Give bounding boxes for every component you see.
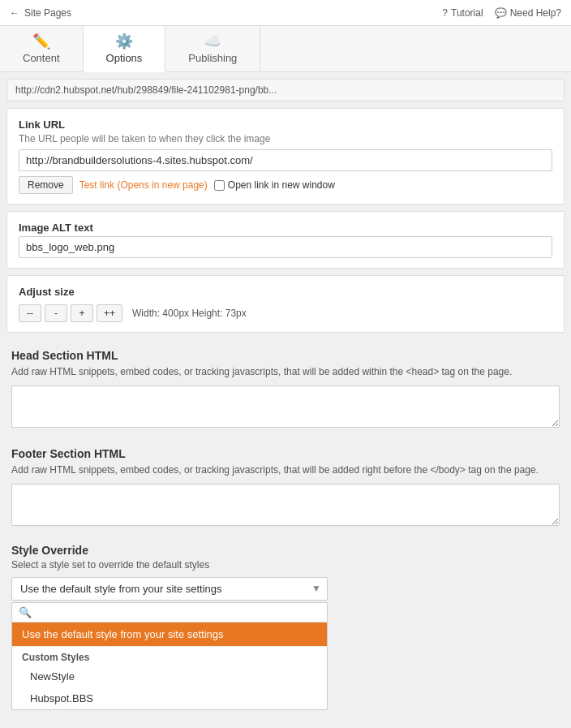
tab-bar: ✏️ Content ⚙️ Options ☁️ Publishing <box>0 26 571 72</box>
chat-icon: 💬 <box>495 7 507 19</box>
dropdown-search-input[interactable] <box>35 606 320 618</box>
adjust-size-section: Adjust size -- - + ++ Width: 400px Heigh… <box>6 275 565 333</box>
new-window-option[interactable]: Open link in new window <box>214 179 335 191</box>
size-minus-button[interactable]: - <box>45 304 67 322</box>
adjust-size-label: Adjust size <box>19 286 552 298</box>
link-url-desc: The URL people will be taken to when the… <box>19 133 552 144</box>
size-info: Width: 400px Height: 73px <box>132 308 247 319</box>
footer-section-label: Footer Section HTML <box>0 437 571 463</box>
back-label[interactable]: Site Pages <box>24 7 71 19</box>
tab-content[interactable]: ✏️ Content <box>0 26 84 71</box>
dropdown-search-row: 🔍 <box>12 603 327 622</box>
link-actions: Remove Test link (Opens in new page) Ope… <box>19 176 552 194</box>
alt-text-label: Image ALT text <box>19 222 552 234</box>
back-nav[interactable]: ← Site Pages <box>10 7 71 19</box>
image-url-display: http://cdn2.hubspot.net/hub/298849/file-… <box>6 79 565 101</box>
link-url-section: Link URL The URL people will be taken to… <box>6 108 565 205</box>
style-override-desc: Select a style set to override the defau… <box>11 559 560 571</box>
question-icon: ? <box>442 7 448 19</box>
top-bar: ← Site Pages ? Tutorial 💬 Need Help? <box>0 0 571 26</box>
style-dropdown-panel: 🔍 Use the default style from your site s… <box>11 602 328 710</box>
cloud-icon: ☁️ <box>204 32 221 50</box>
style-override-label: Style Override <box>11 544 560 557</box>
tab-publishing[interactable]: ☁️ Publishing <box>165 26 260 71</box>
footer-section-desc: Add raw HTML snippets, embed codes, or t… <box>0 463 571 484</box>
size-minus-minus-button[interactable]: -- <box>19 304 41 322</box>
dropdown-item-hubspot-bbs[interactable]: Hubspot.BBS <box>12 687 327 709</box>
style-dropdown-selected[interactable]: Use the default style from your site set… <box>11 577 328 601</box>
gear-icon: ⚙️ <box>115 32 133 50</box>
top-bar-actions: ? Tutorial 💬 Need Help? <box>442 7 561 19</box>
style-dropdown[interactable]: Use the default style from your site set… <box>11 577 328 601</box>
remove-button[interactable]: Remove <box>19 176 73 194</box>
dropdown-option-default[interactable]: Use the default style from your site set… <box>12 622 327 646</box>
link-url-label: Link URL <box>19 118 552 131</box>
tab-options[interactable]: ⚙️ Options <box>84 26 166 72</box>
footer-section-textarea[interactable] <box>11 484 560 526</box>
size-plus-button[interactable]: + <box>71 304 93 322</box>
size-controls: -- - + ++ Width: 400px Height: 73px <box>19 304 552 322</box>
content-icon: ✏️ <box>32 32 50 50</box>
style-override-section: Style Override Select a style set to ove… <box>0 536 571 718</box>
new-window-checkbox[interactable] <box>214 180 225 191</box>
link-url-input[interactable] <box>19 149 552 171</box>
alt-text-input[interactable] <box>19 236 552 258</box>
head-section-desc: Add raw HTML snippets, embed codes, or t… <box>0 365 571 386</box>
head-section-textarea[interactable] <box>11 386 560 428</box>
dropdown-group-custom: Custom Styles <box>12 646 327 666</box>
tutorial-link[interactable]: ? Tutorial <box>442 7 483 19</box>
help-link[interactable]: 💬 Need Help? <box>495 7 561 19</box>
alt-text-section: Image ALT text <box>6 211 565 269</box>
test-link[interactable]: Test link (Opens in new page) <box>79 179 208 191</box>
size-plus-plus-button[interactable]: ++ <box>97 304 122 322</box>
search-icon: 🔍 <box>19 606 32 618</box>
back-arrow-icon: ← <box>10 7 19 19</box>
dropdown-item-newstyle[interactable]: NewStyle <box>12 666 327 687</box>
head-section-label: Head Section HTML <box>0 339 571 365</box>
